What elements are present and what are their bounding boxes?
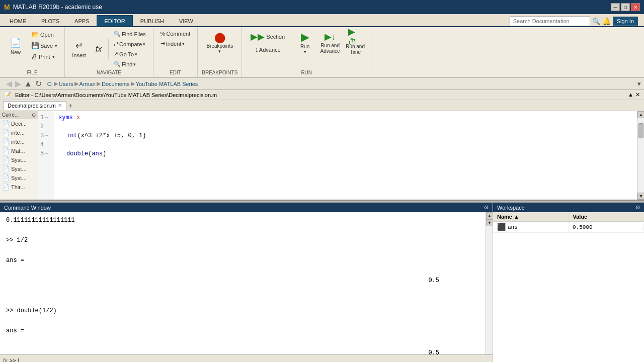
search-area: 🔍 🔔 Sign In: [506, 16, 642, 26]
addr-arman[interactable]: Arman: [79, 81, 96, 87]
run-icon: ▶: [298, 31, 312, 44]
notification-icon[interactable]: 🔔: [602, 17, 611, 25]
workspace-row-ans[interactable]: ⬛ ans 0.5000: [493, 222, 644, 233]
find-button[interactable]: 🔍 Find ▾: [111, 59, 149, 69]
save-label: Save: [40, 43, 53, 49]
comment-label: Comment: [167, 31, 191, 37]
goto-dropdown-icon[interactable]: ▾: [135, 52, 137, 57]
cmd-blank6: [6, 316, 479, 326]
code-line-3: int(x^3 +2*x +5, 0, 1): [58, 131, 633, 140]
tab-apps[interactable]: APPS: [67, 15, 97, 26]
edit-col: % Comment ⇥ Indent ▾: [157, 29, 193, 48]
indent-dropdown-icon[interactable]: ▾: [182, 41, 185, 46]
cmd-prompt-label: >>: [10, 357, 16, 363]
tab-view[interactable]: VIEW: [172, 15, 201, 26]
save-button[interactable]: 💾 Save ▾: [28, 40, 60, 51]
cmd-blank7: [6, 336, 479, 346]
file-item-syst1[interactable]: 📄 Syst...: [0, 155, 38, 164]
compare-dropdown-icon[interactable]: ▾: [143, 42, 145, 47]
fx-button[interactable]: fx: [91, 37, 106, 61]
breakpoints-dropdown-icon[interactable]: ▾: [218, 49, 221, 54]
close-button[interactable]: ✕: [631, 3, 640, 11]
search-icon[interactable]: 🔍: [592, 18, 600, 25]
cmd-scroll-thumb[interactable]: [487, 212, 492, 213]
file-item-syst3[interactable]: 📄 Syst...: [0, 173, 38, 183]
workspace-table: Name ▲ Value ⬛ ans 0.5000: [493, 212, 644, 362]
ribbon-tabs: HOME PLOTS APPS EDITOR PUBLISH VIEW 🔍 🔔 …: [0, 14, 644, 27]
addr-users[interactable]: Users: [59, 81, 73, 87]
editor-scroll-thumb[interactable]: [638, 123, 643, 138]
tab-home[interactable]: HOME: [2, 15, 34, 26]
forward-button[interactable]: ▶: [14, 79, 22, 88]
advance-button[interactable]: ⤵ Advance: [252, 45, 284, 54]
tab-editor[interactable]: EDITOR: [97, 15, 132, 26]
file-item-mat[interactable]: 📄 Mat...: [0, 146, 38, 155]
workspace-actions-icon[interactable]: ⊙: [635, 204, 640, 211]
print-button[interactable]: 🖨 Print ▾: [28, 51, 60, 62]
breadcrumb: C: ▶ Users ▶ Arman ▶ Documents ▶ YouTube…: [47, 80, 198, 87]
compare-button[interactable]: ⇄ Compare ▾: [111, 39, 149, 49]
print-dropdown-icon[interactable]: ▾: [52, 54, 55, 59]
up-button[interactable]: ▲: [23, 79, 33, 88]
ws-var-icon: ⬛: [497, 223, 506, 231]
run-section-button[interactable]: ▶▶ Section: [246, 29, 289, 44]
insert-button[interactable]: ↵ Insert: [69, 37, 89, 61]
breakpoints-button[interactable]: ⬤ Breakpoints ▾: [208, 29, 231, 55]
title-bar-left: M MATLAB R2019b - academic use: [4, 3, 102, 11]
find-dropdown-icon[interactable]: ▾: [133, 62, 136, 67]
file-item-inte2[interactable]: 📄 inte...: [0, 137, 38, 146]
editor-close-icon[interactable]: ✕: [635, 92, 640, 98]
code-line-2: [58, 122, 633, 131]
indent-label: Indent: [166, 41, 182, 47]
comment-button[interactable]: % Comment: [157, 29, 193, 38]
bottom-split: Command Window ⊙ 0.11111111111111111 >> …: [0, 203, 644, 362]
editor-minimize-icon[interactable]: ▲: [628, 92, 633, 98]
run-dropdown-icon[interactable]: ▾: [304, 49, 306, 54]
file-name-mat: Mat...: [11, 148, 25, 154]
command-output[interactable]: 0.11111111111111111 >> 1/2 ans = 0.5 >> …: [0, 212, 486, 354]
addr-youtube[interactable]: YouTube MATLAB Series: [136, 81, 198, 87]
file-item-dec[interactable]: 📄 Deci...: [0, 119, 38, 128]
editor-scroll-up[interactable]: ▲: [637, 111, 644, 118]
maximize-button[interactable]: □: [621, 3, 630, 11]
save-icon: 💾: [31, 42, 39, 49]
run-button[interactable]: ▶ Run ▾: [293, 29, 316, 55]
file-item-inte1[interactable]: 📄 inte...: [0, 128, 38, 137]
cmd-scroll-down[interactable]: ▼: [486, 219, 493, 226]
below-ribbon: 📝 Editor - C:\Users\Arman\Documents\YouT…: [0, 90, 644, 362]
cmd-scroll-up[interactable]: ▲: [486, 212, 493, 219]
editor-scroll-down[interactable]: ▼: [637, 193, 644, 200]
back-button[interactable]: ◀: [5, 79, 13, 88]
search-input[interactable]: [510, 16, 590, 26]
minimize-button[interactable]: ─: [611, 3, 620, 11]
indent-button[interactable]: ⇥ Indent ▾: [157, 39, 193, 48]
tab-plots[interactable]: PLOTS: [34, 15, 67, 26]
code-content[interactable]: syms x int(x^3 +2*x +5, 0, 1) double(ans…: [54, 111, 637, 200]
new-label: New: [11, 50, 21, 55]
addr-documents[interactable]: Documents: [102, 81, 130, 87]
refresh-button[interactable]: ↻: [34, 79, 43, 88]
editor-tab-close-icon[interactable]: ✕: [58, 103, 62, 108]
left-panel-toggle[interactable]: ⊙: [32, 112, 36, 118]
command-window-actions-icon[interactable]: ⊙: [484, 204, 489, 211]
editor-new-tab-button[interactable]: +: [66, 102, 74, 110]
new-button[interactable]: 📄 New: [4, 33, 27, 59]
file-item-thir[interactable]: 📄 Thir...: [0, 183, 38, 192]
address-bar: ◀ ▶ ▲ ↻ C: ▶ Users ▶ Arman ▶ Documents ▶…: [0, 78, 644, 90]
addr-c-drive[interactable]: C:: [47, 81, 53, 87]
file-name-inte2: inte...: [11, 139, 25, 145]
run-advance-button[interactable]: ▶↓ Run andAdvance: [318, 29, 342, 55]
app-title: MATLAB R2019b - academic use: [13, 4, 102, 11]
open-button[interactable]: 📂 Open: [28, 29, 60, 40]
editor-tab-decimalprecision[interactable]: Decimalprecision.m ✕: [3, 101, 66, 110]
file-icon-inte2: 📄: [2, 138, 10, 145]
tab-publish[interactable]: PUBLISH: [133, 15, 172, 26]
goto-button[interactable]: ↗ Go To ▾: [111, 49, 149, 59]
file-item-syst2[interactable]: 📄 Syst...: [0, 164, 38, 173]
sign-in-button[interactable]: Sign In: [613, 17, 638, 26]
run-time-button[interactable]: ▶⏱ Run andTime: [344, 29, 367, 55]
find-files-button[interactable]: 🔍 Find Files: [111, 29, 149, 39]
ribbon-group-run: ▶▶ Section ⤵ Advance ▶ Run ▾ ▶↓ Run andA…: [242, 27, 371, 77]
save-dropdown-icon[interactable]: ▾: [55, 43, 57, 48]
addr-dropdown-button[interactable]: ▾: [637, 80, 641, 87]
